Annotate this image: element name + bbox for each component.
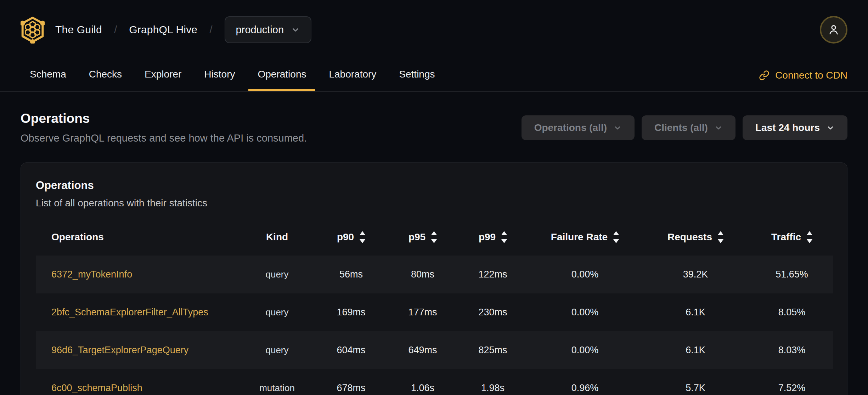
table-row: 6c00_schemaPublish mutation 678ms 1.06s …: [36, 369, 833, 395]
table-row: 2bfc_SchemaExplorerFilter_AllTypes query…: [36, 293, 833, 331]
traffic-cell: 8.03%: [751, 331, 833, 369]
table-row: 96d6_TargetExplorerPageQuery query 604ms…: [36, 331, 833, 369]
table-header-row: Operations Kind p90 p95 p99: [36, 219, 833, 256]
connect-to-cdn-label: Connect to CDN: [775, 70, 847, 81]
breadcrumb-project[interactable]: GraphQL Hive: [129, 24, 197, 36]
column-header-traffic[interactable]: Traffic: [751, 219, 833, 256]
breadcrumb-separator: /: [209, 24, 212, 36]
card-title: Operations: [36, 179, 832, 192]
p90-cell: 169ms: [313, 293, 389, 331]
traffic-cell: 7.52%: [751, 369, 833, 395]
hive-logo-icon: [21, 16, 45, 44]
sort-asc-icon: [431, 231, 437, 235]
clients-filter-label: Clients (all): [654, 122, 708, 133]
sort-desc-icon: [360, 239, 365, 243]
kind-cell: query: [241, 331, 313, 369]
tab-history[interactable]: History: [195, 59, 244, 91]
failure-rate-cell: 0.00%: [530, 293, 640, 331]
column-header-failure-rate[interactable]: Failure Rate: [530, 219, 640, 256]
p90-cell: 56ms: [313, 256, 389, 293]
sort-desc-icon: [431, 239, 437, 243]
p95-cell: 80ms: [389, 256, 456, 293]
operations-table: Operations Kind p90 p95 p99: [36, 219, 833, 395]
failure-rate-cell: 0.00%: [530, 331, 640, 369]
sort-desc-icon: [807, 239, 812, 243]
top-header: The Guild / GraphQL Hive / production: [0, 0, 868, 59]
tab-operations[interactable]: Operations: [248, 59, 315, 91]
breadcrumb-org[interactable]: The Guild: [55, 24, 102, 36]
operation-link[interactable]: 2bfc_SchemaExplorerFilter_AllTypes: [51, 307, 208, 317]
operations-card: Operations List of all operations with t…: [21, 162, 847, 395]
tab-checks[interactable]: Checks: [80, 59, 131, 91]
chevron-down-icon: [826, 124, 835, 132]
operations-filter-button[interactable]: Operations (all): [522, 115, 635, 140]
p95-cell: 649ms: [389, 331, 456, 369]
requests-cell: 6.1K: [640, 293, 751, 331]
link-icon: [759, 70, 770, 81]
p99-cell: 230ms: [456, 293, 530, 331]
tab-laboratory[interactable]: Laboratory: [320, 59, 385, 91]
connect-to-cdn-link[interactable]: Connect to CDN: [759, 59, 847, 91]
time-range-button[interactable]: Last 24 hours: [743, 115, 847, 140]
main-content: Operations Observe GraphQL requests and …: [0, 111, 868, 395]
target-selector[interactable]: production: [225, 16, 311, 43]
avatar-button[interactable]: [820, 16, 847, 44]
column-header-kind: Kind: [241, 219, 313, 256]
failure-rate-cell: 0.00%: [530, 256, 640, 293]
table-row: 6372_myTokenInfo query 56ms 80ms 122ms 0…: [36, 256, 833, 293]
p90-cell: 678ms: [313, 369, 389, 395]
column-header-p95[interactable]: p95: [389, 219, 456, 256]
chevron-down-icon: [613, 124, 622, 132]
p90-cell: 604ms: [313, 331, 389, 369]
sort-asc-icon: [613, 231, 619, 235]
sort-asc-icon: [501, 231, 507, 235]
clients-filter-button[interactable]: Clients (all): [642, 115, 735, 140]
p99-cell: 825ms: [456, 331, 530, 369]
time-range-label: Last 24 hours: [755, 122, 820, 133]
p99-cell: 1.98s: [456, 369, 530, 395]
operations-filter-label: Operations (all): [534, 122, 607, 133]
traffic-cell: 51.65%: [751, 256, 833, 293]
sort-asc-icon: [718, 231, 723, 235]
target-selector-value: production: [236, 24, 284, 36]
requests-cell: 39.2K: [640, 256, 751, 293]
page-title: Operations: [21, 111, 307, 126]
p99-cell: 122ms: [456, 256, 530, 293]
primary-nav: Schema Checks Explorer History Operation…: [0, 59, 868, 92]
p95-cell: 1.06s: [389, 369, 456, 395]
requests-cell: 5.7K: [640, 369, 751, 395]
tab-settings[interactable]: Settings: [390, 59, 444, 91]
failure-rate-cell: 0.96%: [530, 369, 640, 395]
column-header-p99[interactable]: p99: [456, 219, 530, 256]
filters-toolbar: Operations (all) Clients (all) Last 24 h…: [522, 115, 847, 140]
kind-cell: query: [241, 256, 313, 293]
user-icon: [827, 23, 841, 37]
operation-link[interactable]: 96d6_TargetExplorerPageQuery: [51, 345, 188, 355]
operation-link[interactable]: 6372_myTokenInfo: [51, 269, 132, 280]
page-subtitle: Observe GraphQL requests and see how the…: [21, 132, 307, 144]
breadcrumb-separator: /: [114, 24, 117, 36]
sort-desc-icon: [613, 239, 619, 243]
requests-cell: 6.1K: [640, 331, 751, 369]
column-header-requests[interactable]: Requests: [640, 219, 751, 256]
p95-cell: 177ms: [389, 293, 456, 331]
kind-cell: mutation: [241, 369, 313, 395]
kind-cell: query: [241, 293, 313, 331]
card-subtitle: List of all operations with their statis…: [36, 198, 832, 209]
sort-asc-icon: [360, 231, 365, 235]
operation-link[interactable]: 6c00_schemaPublish: [51, 383, 142, 393]
sort-asc-icon: [807, 231, 812, 235]
column-header-p90[interactable]: p90: [313, 219, 389, 256]
traffic-cell: 8.05%: [751, 293, 833, 331]
chevron-down-icon: [291, 25, 300, 34]
column-header-operations: Operations: [36, 219, 241, 256]
sort-desc-icon: [718, 239, 723, 243]
chevron-down-icon: [714, 124, 723, 132]
sort-desc-icon: [501, 239, 507, 243]
breadcrumb: The Guild / GraphQL Hive / production: [21, 16, 311, 44]
tab-schema[interactable]: Schema: [21, 59, 75, 91]
tab-explorer[interactable]: Explorer: [135, 59, 191, 91]
